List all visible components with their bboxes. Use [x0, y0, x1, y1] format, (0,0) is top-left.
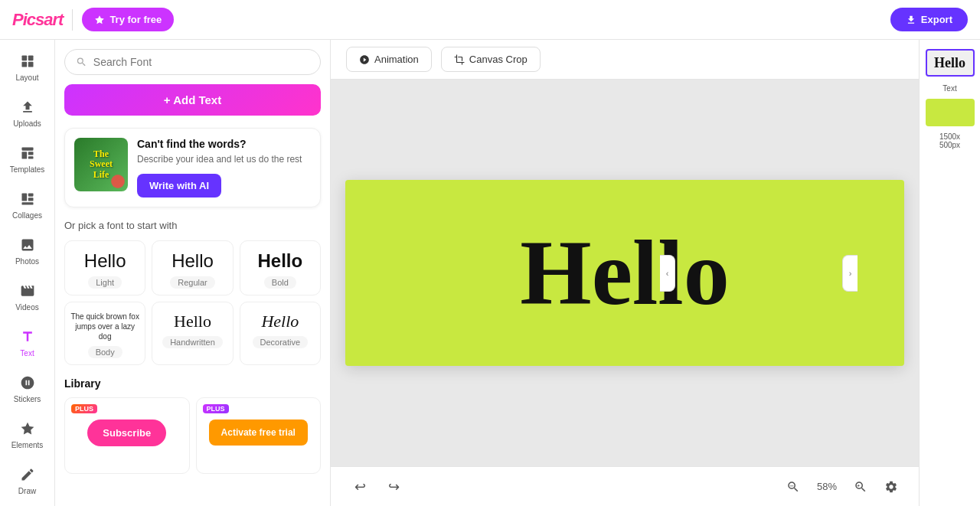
sidebar-item-stickers[interactable]: Stickers: [5, 367, 51, 410]
font-preview-body: The quick brown fox jumps over a lazy do…: [70, 312, 140, 341]
sidebar-item-templates[interactable]: Templates: [5, 138, 51, 181]
zoom-level: 58%: [812, 481, 842, 492]
font-tag-body: Body: [88, 346, 122, 358]
font-card-light[interactable]: Hello Light: [64, 240, 145, 295]
template-icon: [18, 144, 37, 162]
svg-rect-5: [21, 152, 27, 158]
canvas-undo-redo: ↩ ↪: [346, 473, 407, 501]
add-text-button[interactable]: + Add Text: [64, 84, 321, 116]
download-icon: [906, 15, 916, 25]
plus-badge-purple: PLUS: [203, 404, 229, 413]
library-grid: PLUS Subscribe PLUS Activate free trial: [64, 397, 321, 474]
svg-rect-2: [21, 62, 27, 67]
topbar-divider: [72, 9, 73, 31]
sidebar-item-videos[interactable]: Videos: [5, 276, 51, 318]
font-tag-decorative: Decorative: [253, 336, 309, 348]
zoom-in-button[interactable]: [848, 475, 873, 499]
settings-button[interactable]: [879, 475, 903, 499]
sidebar-item-photos[interactable]: Photos: [5, 230, 51, 273]
svg-rect-3: [28, 62, 33, 67]
svg-rect-1: [28, 56, 33, 61]
subscribe-button[interactable]: Subscribe: [87, 419, 166, 446]
font-card-handwritten[interactable]: Hello Handwritten: [152, 302, 233, 365]
canvas-bottom: ↩ ↪ 58%: [331, 466, 919, 506]
canvas-viewport[interactable]: ‹ › Hello: [331, 80, 919, 466]
font-preview-regular: Hello: [172, 250, 214, 272]
export-button[interactable]: Export: [890, 8, 968, 31]
canvas-crop-button[interactable]: Canvas Crop: [441, 47, 541, 72]
canvas-content: Hello: [345, 180, 904, 366]
font-tag-handwritten: Handwritten: [162, 336, 223, 348]
font-card-body[interactable]: The quick brown fox jumps over a lazy do…: [64, 302, 145, 365]
grid-icon: [18, 52, 37, 70]
font-card-bold[interactable]: Hello Bold: [240, 240, 321, 295]
library-card-subscribe[interactable]: PLUS Subscribe: [64, 397, 190, 474]
zoom-out-icon: [786, 480, 800, 494]
canvas-toolbar: Animation Canvas Crop: [331, 40, 919, 80]
search-bar: [64, 49, 321, 75]
font-tag-light: Light: [88, 276, 122, 289]
write-with-ai-button[interactable]: Write with AI: [137, 174, 221, 198]
sidebar-item-elements[interactable]: Elements: [5, 413, 51, 456]
svg-rect-10: [28, 198, 33, 201]
collage-icon: [18, 190, 37, 208]
sidebar-item-layout[interactable]: Layout: [5, 46, 51, 89]
try-for-free-button[interactable]: Try for free: [82, 8, 174, 31]
topbar-right: Export: [890, 8, 968, 31]
topbar-left: Picsart Try for free: [12, 8, 174, 31]
topbar: Picsart Try for free Export: [0, 0, 980, 40]
animation-button[interactable]: Animation: [346, 47, 432, 72]
right-dimension-label: 1500x 500px: [939, 132, 960, 149]
crop-icon: [454, 54, 465, 65]
activate-button[interactable]: Activate free trial: [209, 419, 308, 446]
undo-button[interactable]: ↩: [346, 473, 374, 501]
search-input[interactable]: [93, 56, 309, 68]
svg-rect-9: [28, 194, 33, 197]
main-layout: Layout Uploads Templates Collages Photos: [0, 40, 980, 506]
sidebar-item-draw[interactable]: Draw: [5, 459, 51, 502]
redo-button[interactable]: ↪: [380, 473, 407, 501]
right-thumb-text[interactable]: Hello: [926, 49, 975, 77]
canvas-area: Animation Canvas Crop ‹ › Hello ↩ ↪: [331, 40, 919, 506]
logo[interactable]: Picsart: [12, 10, 63, 30]
font-preview-light: Hello: [84, 250, 126, 272]
font-card-regular[interactable]: Hello Regular: [152, 240, 233, 295]
font-preview-decorative: Hello: [261, 312, 299, 331]
star-elements-icon: [18, 419, 37, 438]
sticker-icon: [18, 374, 37, 392]
search-icon: [76, 56, 87, 68]
text-panel: + Add Text TheSweetLife Can't find the w…: [55, 40, 331, 506]
font-tag-bold: Bold: [264, 276, 296, 289]
svg-rect-8: [21, 194, 27, 201]
plus-badge-orange: PLUS: [71, 404, 97, 413]
upload-icon: [18, 98, 37, 116]
collapse-left-arrow[interactable]: ‹: [660, 255, 675, 292]
right-color-swatch[interactable]: [926, 99, 975, 126]
font-tag-regular: Regular: [170, 276, 215, 289]
zoom-controls: 58%: [781, 475, 903, 499]
svg-rect-6: [28, 152, 33, 155]
library-card-activate[interactable]: PLUS Activate free trial: [196, 397, 322, 474]
pick-font-label: Or pick a font to start with: [64, 220, 321, 231]
sidebar-item-text[interactable]: Text: [5, 322, 51, 364]
collapse-right-arrow[interactable]: ›: [842, 255, 858, 292]
ai-thumb-text: TheSweetLife: [90, 149, 113, 180]
sidebar-item-uploads[interactable]: Uploads: [5, 92, 51, 135]
svg-rect-0: [21, 56, 27, 61]
svg-rect-4: [21, 148, 33, 151]
right-panel: Hello Text 1500x 500px: [919, 40, 980, 506]
photo-icon: [18, 236, 37, 254]
right-thumb-text-label: Text: [942, 84, 956, 93]
icon-sidebar: Layout Uploads Templates Collages Photos: [0, 40, 55, 506]
svg-rect-7: [28, 156, 33, 158]
ai-card: TheSweetLife Can't find the words? Descr…: [64, 128, 321, 207]
text-icon: [18, 328, 37, 346]
video-icon: [18, 282, 37, 300]
star-icon: [94, 15, 105, 25]
svg-rect-11: [21, 202, 33, 204]
hello-text: Hello: [520, 227, 729, 319]
zoom-in-icon: [854, 480, 867, 494]
sidebar-item-collages[interactable]: Collages: [5, 184, 51, 227]
font-card-decorative[interactable]: Hello Decorative: [240, 302, 321, 365]
zoom-out-button[interactable]: [781, 475, 805, 499]
